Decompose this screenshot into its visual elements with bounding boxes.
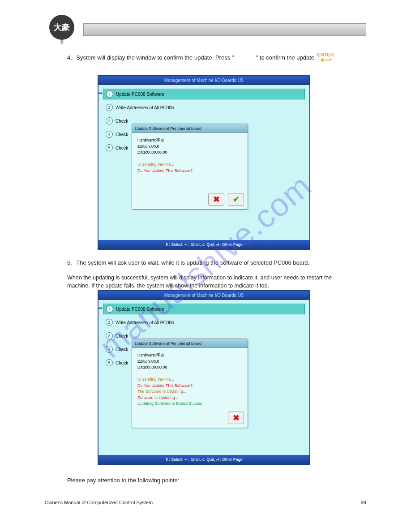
logo-circle: 大豪 <box>49 15 74 40</box>
instruction-line-2: 5、The system will ask user to wait, whil… <box>67 259 335 267</box>
ok-button[interactable]: ✔ <box>228 193 244 206</box>
dialog-buttons: ✖ ✔ <box>208 193 244 206</box>
dialog-buttons: ✖ <box>228 412 244 424</box>
item-label: Check <box>116 334 128 339</box>
dialog-body: Hardware:平台 Edition:V0.0 Date:0000.00.00… <box>132 133 248 178</box>
menu-area: ➡ 1 Update PC006 Software 2 Write Addres… <box>98 85 309 242</box>
page-footer: Owner's Manual of Computerized Control S… <box>45 496 366 505</box>
logo-reg: ® <box>60 40 63 45</box>
instruction-line-1: 4、System will display the window to conf… <box>67 54 335 62</box>
item-number: 5 <box>106 359 113 366</box>
item-label: Check <box>116 119 128 124</box>
footer-left: Owner's Manual of Computerized Control S… <box>45 500 153 505</box>
item-label: Update PC006 Software <box>116 92 164 97</box>
header-bar <box>83 23 366 36</box>
pointer-icon: ➡ <box>98 90 103 96</box>
item-label: Write Addresses of All PC006 <box>116 320 174 325</box>
cancel-button[interactable]: ✖ <box>208 193 224 206</box>
item-label: Check <box>116 146 128 150</box>
footer-hints: ⬍: Select, ↵: Enter, ⎋: Quit, ⇄: Other P… <box>98 240 309 249</box>
screenshot-1: Management of Machine I/O Boards 1/5 ➡ 1… <box>98 75 310 250</box>
menu-item-1[interactable]: 1 Update PC006 Software <box>103 304 305 314</box>
item-number: 3 <box>106 117 113 124</box>
window-title: Management of Machine I/O Boards 1/5 <box>98 76 309 85</box>
item-label: Check <box>116 132 128 137</box>
window-title: Management of Machine I/O Boards 1/5 <box>98 291 309 300</box>
menu-item-1[interactable]: 1 Update PC006 Software <box>103 89 305 99</box>
item-number: 2 <box>106 319 113 326</box>
item-label: Check <box>116 360 128 365</box>
instruction-line-4: Please pay attention to the following po… <box>67 476 179 485</box>
cancel-button[interactable]: ✖ <box>228 412 244 424</box>
item-label: Write Addresses of All PC006 <box>116 105 174 110</box>
item-number: 5 <box>106 144 113 151</box>
page-header: 大豪 ® <box>45 13 366 46</box>
footer-hints: ⬍: Select, ↵: Enter, ⎋: Quit, ⇄: Other P… <box>98 455 309 464</box>
footer-right: 99 <box>361 500 366 505</box>
item-number: 1 <box>106 90 113 98</box>
menu-item-2[interactable]: 2 Write Addresses of All PC006 <box>103 317 305 328</box>
update-dialog: Update Software of Peripherad board Hard… <box>132 124 248 210</box>
item-number: 1 <box>106 305 113 313</box>
item-label: Update PC006 Software <box>116 307 164 312</box>
dialog-body: Hardware:平台 Edition:V0.0 Date:0000.00.00… <box>132 348 248 412</box>
item-number: 3 <box>106 332 113 339</box>
dialog-title: Update Software of Peripherad board <box>132 124 248 133</box>
item-number: 4 <box>106 131 113 138</box>
update-dialog: Update Software of Peripherad board Hard… <box>132 339 248 428</box>
dialog-title: Update Software of Peripherad board <box>132 339 248 348</box>
menu-area: ➡ 1 Update PC006 Software 2 Write Addres… <box>98 300 309 457</box>
item-number: 2 <box>106 104 113 111</box>
enter-key-icon: ENTER <box>316 52 335 65</box>
instruction-line-3: When the updating is successful, system … <box>67 274 335 290</box>
screenshot-2: Management of Machine I/O Boards 1/5 ➡ 1… <box>98 290 310 465</box>
item-label: Check <box>116 347 128 352</box>
item-number: 4 <box>106 346 113 353</box>
logo: 大豪 ® <box>45 13 79 46</box>
pointer-icon: ➡ <box>98 305 103 311</box>
menu-item-2[interactable]: 2 Write Addresses of All PC006 <box>103 102 305 113</box>
